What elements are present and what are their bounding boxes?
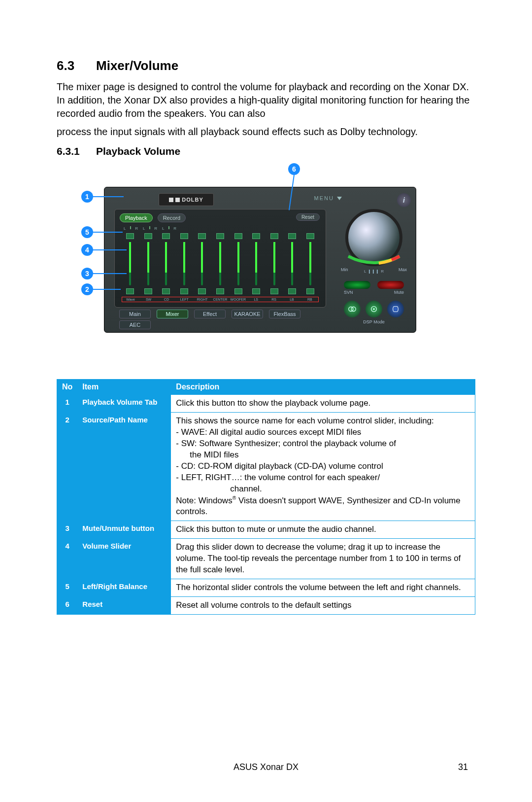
solo-indicator[interactable] — [162, 233, 170, 239]
cell-desc: Reset all volume controls to the default… — [171, 596, 475, 614]
callout-6: 6 — [288, 163, 300, 175]
balance-cell[interactable]: LR — [160, 226, 178, 231]
page-footer: ASUS Xonar DX 31 — [0, 762, 532, 772]
mute-button[interactable] — [270, 288, 278, 294]
balance-cell[interactable]: LR — [122, 226, 140, 231]
menu-button[interactable]: MENU — [314, 195, 342, 201]
dsp-button-3[interactable] — [387, 301, 404, 317]
source-labels: Wave SW CD LEFT RIGHT CENTER WOOFER LS R… — [122, 297, 319, 302]
tab-aec[interactable]: AEC — [119, 320, 151, 329]
volume-slider[interactable] — [165, 242, 167, 285]
solo-indicator[interactable] — [180, 233, 188, 239]
mute-button[interactable] — [234, 288, 242, 294]
table-header-row: No Item Description — [57, 380, 475, 395]
volume-slider[interactable] — [255, 242, 257, 285]
cell-item: Volume Slider — [77, 538, 171, 579]
chevron-down-icon — [337, 197, 342, 200]
mute-button[interactable] — [162, 288, 170, 294]
cell-desc: This shows the source name for each volu… — [171, 412, 475, 521]
source-label: CENTER — [212, 298, 229, 301]
mute-button[interactable] — [180, 288, 188, 294]
cell-no: 5 — [57, 579, 78, 596]
solo-indicator[interactable] — [144, 233, 152, 239]
th-desc: Description — [171, 380, 475, 395]
volume-slider[interactable] — [273, 242, 275, 285]
solo-indicator[interactable] — [270, 233, 278, 239]
tab-effect[interactable]: Effect — [194, 310, 226, 318]
volume-slider[interactable] — [183, 242, 185, 285]
source-label: RB — [301, 298, 318, 301]
source-label: RIGHT — [194, 298, 210, 301]
mute-button[interactable] — [377, 281, 404, 289]
dsp-button-2[interactable] — [366, 301, 382, 317]
callout-4: 4 — [81, 244, 93, 256]
knob-meter-arc — [343, 252, 405, 267]
channel-col — [266, 233, 283, 294]
callout-3: 3 — [81, 268, 93, 279]
cell-item: Mute/Unmute button — [77, 521, 171, 539]
callout-3-leader — [93, 273, 127, 274]
channel-col — [194, 233, 211, 294]
solo-indicator[interactable] — [288, 233, 296, 239]
channel-col — [212, 233, 229, 294]
table-row: 1 Playback Volume Tab Click this button … — [57, 395, 475, 413]
record-tab[interactable]: Record — [158, 213, 186, 222]
channel-col — [122, 233, 139, 294]
mute-button[interactable] — [288, 288, 296, 294]
solo-indicator[interactable] — [234, 233, 242, 239]
solo-indicator[interactable] — [126, 233, 134, 239]
solo-indicator[interactable] — [306, 233, 314, 239]
slider-row — [122, 233, 319, 294]
tab-flexbass[interactable]: FlexBass — [269, 310, 300, 318]
info-button[interactable]: i — [397, 193, 411, 207]
mixer-area: Playback Record Reset LR LR LR — [114, 209, 326, 308]
table-row: 4 Volume Slider Drag this slider down to… — [57, 538, 475, 579]
callout-1-leader — [93, 196, 124, 197]
mute-button[interactable] — [126, 288, 134, 294]
playback-tab[interactable]: Playback — [120, 213, 153, 222]
mute-button[interactable] — [144, 288, 152, 294]
volume-slider[interactable] — [291, 242, 293, 285]
mute-button[interactable] — [252, 288, 260, 294]
tab-mixer[interactable]: Mixer — [157, 310, 188, 318]
description-table: No Item Description 1 Playback Volume Ta… — [57, 379, 475, 615]
th-no: No — [57, 380, 78, 395]
cell-desc: Click this button tto show the playback … — [171, 395, 475, 413]
subsection-heading: 6.3.1Playback Volume — [57, 145, 475, 157]
dsp-button-1[interactable] — [344, 301, 361, 317]
callout-5: 5 — [81, 226, 93, 238]
th-item: Item — [77, 380, 171, 395]
footer-product: ASUS Xonar DX — [233, 762, 299, 772]
cell-no: 3 — [57, 521, 78, 539]
footer-page-number: 31 — [458, 762, 468, 772]
section-title: Mixer/Volume — [96, 58, 178, 73]
channel-col — [301, 233, 319, 294]
solo-indicator[interactable] — [198, 233, 206, 239]
cell-item: Left/Right Balance — [77, 579, 171, 596]
cell-item: Source/Path Name — [77, 412, 171, 521]
mute-button[interactable] — [216, 288, 224, 294]
reset-button[interactable]: Reset — [296, 213, 320, 221]
source-label: CD — [158, 298, 175, 301]
cell-no: 1 — [57, 395, 78, 413]
volume-slider[interactable] — [219, 242, 221, 285]
volume-slider[interactable] — [147, 242, 149, 285]
mute-button[interactable] — [198, 288, 206, 294]
master-panel: MinMax LR SVNMute DSP Mode — [337, 209, 411, 327]
mute-button[interactable] — [306, 288, 314, 294]
balance-cell[interactable]: LR — [141, 226, 159, 231]
cell-no: 4 — [57, 538, 78, 579]
solo-indicator[interactable] — [216, 233, 224, 239]
tab-main[interactable]: Main — [119, 310, 151, 318]
volume-slider[interactable] — [309, 242, 311, 285]
cell-desc: Click this button to mute or unmute the … — [171, 521, 475, 539]
volume-slider[interactable] — [237, 242, 239, 285]
volume-slider[interactable] — [129, 242, 131, 285]
dsp-mode-label: DSP Mode — [337, 319, 411, 324]
tab-karaoke[interactable]: KARAOKE — [232, 310, 263, 318]
mixer-panel: DOLBY MENU i Playback Record Reset LR LR… — [104, 187, 416, 333]
svn-button[interactable] — [344, 281, 370, 289]
volume-slider[interactable] — [201, 242, 203, 285]
solo-indicator[interactable] — [252, 233, 260, 239]
source-label: WOOFER — [230, 298, 246, 301]
